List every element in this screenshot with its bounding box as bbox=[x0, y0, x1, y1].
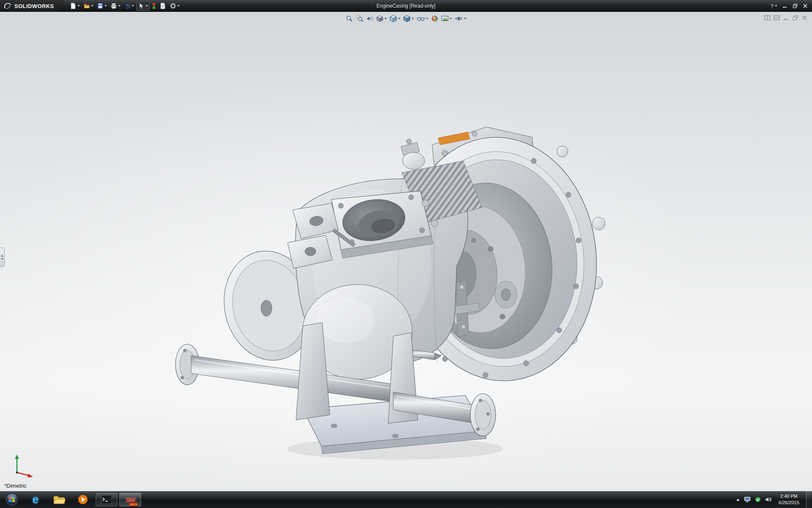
section-view-button[interactable] bbox=[376, 14, 387, 23]
dropdown-caret bbox=[464, 18, 466, 19]
show-desktop-button[interactable] bbox=[806, 491, 811, 508]
dropdown-caret bbox=[118, 5, 121, 7]
taskbar-command-prompt[interactable] bbox=[95, 492, 118, 507]
triad-y-arrowhead bbox=[15, 455, 19, 459]
help-button[interactable]: ? bbox=[771, 3, 777, 9]
zoom-to-fit-button[interactable] bbox=[345, 14, 354, 23]
new-document-button[interactable] bbox=[69, 1, 81, 11]
view-settings-button[interactable] bbox=[454, 14, 467, 23]
dropdown-caret bbox=[145, 5, 148, 7]
dropdown-caret bbox=[775, 5, 777, 7]
save-button[interactable] bbox=[96, 1, 108, 11]
headsup-view-toolbar bbox=[345, 14, 467, 23]
zoom-to-fit-icon bbox=[346, 15, 353, 22]
previous-view-icon bbox=[366, 15, 373, 22]
dropdown-caret bbox=[91, 5, 93, 7]
taskbar-windows-explorer[interactable] bbox=[48, 492, 71, 507]
open-folder-icon bbox=[83, 3, 90, 9]
system-tray: 2:40 PM 6/26/2015 bbox=[736, 491, 812, 508]
doc-close-button[interactable] bbox=[801, 15, 808, 20]
solidworks-logo-icon bbox=[3, 2, 12, 10]
titlebar-window-controls: ? bbox=[771, 3, 812, 9]
clock-time: 2:40 PM bbox=[779, 493, 799, 500]
restore-icon bbox=[793, 3, 798, 8]
print-button[interactable] bbox=[109, 1, 122, 11]
taskbar-internet-explorer[interactable]: e bbox=[24, 492, 47, 507]
taskbar-media-player[interactable] bbox=[71, 492, 94, 507]
command-prompt-icon bbox=[101, 495, 112, 504]
dropdown-caret bbox=[384, 18, 387, 19]
doc-minimize-icon bbox=[783, 15, 789, 20]
previous-view-button[interactable] bbox=[365, 14, 374, 23]
zoom-to-area-button[interactable] bbox=[355, 14, 364, 23]
hide-show-items-button[interactable] bbox=[416, 14, 429, 23]
split-horizontal-button[interactable] bbox=[774, 15, 780, 20]
display-style-icon bbox=[403, 15, 411, 22]
task-pane-collapse-handle[interactable] bbox=[0, 248, 5, 267]
select-cursor-icon bbox=[138, 3, 145, 9]
internet-explorer-icon: e bbox=[32, 494, 38, 505]
solidworks-year-badge: 2015 bbox=[129, 502, 137, 506]
rebuild-status-button[interactable] bbox=[151, 1, 157, 11]
volume-tray-icon[interactable] bbox=[765, 497, 772, 502]
display-tray-icon[interactable] bbox=[744, 497, 751, 502]
chevron-up-icon bbox=[1, 254, 3, 257]
show-hidden-icons-chevron[interactable] bbox=[736, 499, 740, 501]
split-horizontal-icon bbox=[774, 15, 780, 20]
doc-minimize-button[interactable] bbox=[783, 15, 789, 20]
view-orientation-button[interactable] bbox=[389, 14, 401, 23]
file-properties-icon bbox=[159, 3, 166, 9]
hide-show-glasses-icon bbox=[417, 15, 425, 22]
dropdown-caret bbox=[132, 5, 134, 7]
select-tool-button[interactable] bbox=[136, 1, 150, 11]
dropdown-caret bbox=[77, 5, 80, 7]
document-title: EngineCasing [Read-only] bbox=[376, 3, 435, 9]
split-vertical-icon bbox=[764, 15, 771, 20]
doc-close-icon bbox=[801, 15, 808, 20]
rebuild-status-icon bbox=[152, 3, 156, 9]
split-vertical-button[interactable] bbox=[764, 15, 771, 20]
display-style-button[interactable] bbox=[403, 14, 414, 23]
close-button[interactable] bbox=[803, 3, 808, 8]
apply-scene-button[interactable] bbox=[441, 14, 453, 23]
options-gear-icon bbox=[170, 3, 176, 9]
chevron-down-icon bbox=[1, 258, 3, 261]
restore-button[interactable] bbox=[793, 3, 798, 8]
view-settings-eye-icon bbox=[455, 15, 463, 22]
file-properties-button[interactable] bbox=[158, 1, 167, 11]
dropdown-caret bbox=[104, 5, 107, 7]
graphics-viewport[interactable]: *Dimetric bbox=[0, 12, 812, 491]
view-orientation-cube-icon bbox=[390, 15, 397, 22]
print-icon bbox=[110, 3, 117, 9]
edit-appearance-ball-icon bbox=[431, 15, 439, 22]
dropdown-caret bbox=[450, 18, 452, 19]
media-player-icon bbox=[77, 494, 88, 505]
dropdown-caret bbox=[177, 5, 180, 7]
undo-icon bbox=[124, 3, 131, 9]
safely-remove-tray-icon[interactable] bbox=[755, 497, 761, 502]
open-button[interactable] bbox=[82, 1, 95, 11]
taskbar-clock[interactable]: 2:40 PM 6/26/2015 bbox=[776, 493, 802, 506]
dropdown-caret bbox=[411, 18, 414, 19]
triad-x-axis bbox=[17, 472, 30, 476]
orientation-triad[interactable] bbox=[8, 452, 35, 479]
section-view-icon bbox=[376, 15, 384, 22]
new-document-icon bbox=[70, 3, 77, 9]
solidworks-glyph: SW bbox=[126, 496, 135, 503]
document-window-controls bbox=[764, 15, 808, 20]
edit-appearance-button[interactable] bbox=[431, 14, 439, 23]
start-button[interactable] bbox=[0, 491, 24, 508]
titlebar-toolbar bbox=[69, 1, 181, 11]
undo-button[interactable] bbox=[123, 1, 135, 11]
save-icon bbox=[97, 3, 104, 9]
minimize-button[interactable] bbox=[782, 3, 787, 8]
taskbar-solidworks-2015[interactable]: SW 2015 bbox=[119, 492, 142, 507]
engine-casing-model[interactable] bbox=[0, 12, 812, 491]
doc-restore-button[interactable] bbox=[792, 15, 798, 20]
zoom-to-area-icon bbox=[356, 15, 363, 22]
solidworks-app-icon: SW 2015 bbox=[124, 493, 137, 506]
triad-origin bbox=[16, 472, 18, 474]
options-button[interactable] bbox=[168, 1, 181, 11]
doc-restore-icon bbox=[792, 15, 798, 20]
solidworks-logo: SOLIDWORKS bbox=[0, 0, 64, 12]
